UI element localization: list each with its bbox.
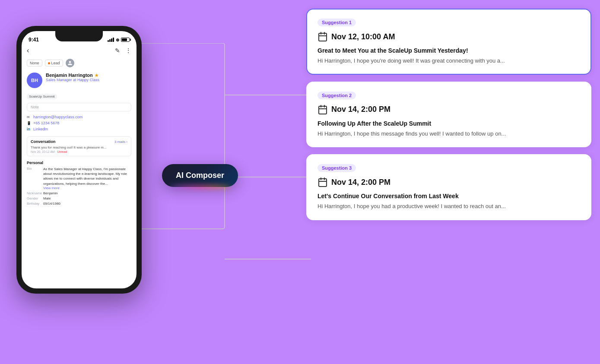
tags-row: None Lead (22, 58, 137, 71)
suggestion-3-preview: Hi Harrington, I hope you had a producti… (317, 202, 580, 211)
calendar-icon-2 (317, 104, 328, 115)
contact-area: BH Benjamin Harrington ★ Sales Manager a… (22, 71, 137, 92)
suggestion-3-subject: Let's Continue Our Conversation from Las… (317, 193, 580, 199)
conversation-meta: Nov 20, 10:12 AM · Unread (31, 150, 127, 153)
contact-info: Benjamin Harrington ★ Sales Manager at H… (46, 73, 99, 82)
summit-badge: ScaleUp Summit (27, 94, 57, 99)
suggestion-card-2[interactable]: Suggestion 2 Nov 14, 2:00 PM Following U… (306, 82, 591, 148)
battery-icon (121, 38, 130, 42)
contact-photo-thumbnail (66, 59, 74, 67)
phone-screen: 9:41 ⊛ ‹ ✎ (22, 31, 137, 288)
conversation-mails[interactable]: 3 mails › (114, 140, 127, 144)
edit-icon[interactable]: ✎ (115, 47, 120, 54)
gender-value: Male (43, 196, 131, 200)
status-time: 9:41 (29, 37, 39, 43)
svg-rect-4 (319, 33, 327, 41)
nickname-label: Nickname (27, 191, 42, 195)
suggestion-card-1[interactable]: Suggestion 1 Nov 12, 10:00 AM Great to M… (306, 9, 591, 75)
wifi-icon: ⊛ (116, 38, 119, 42)
conversation-section: Conversation 3 mails › Thank you for rea… (27, 136, 131, 156)
email-icon: ✉ (27, 115, 31, 119)
contact-details: ✉ harrington@happyclass.com 📱 +65 1234 5… (22, 114, 137, 136)
personal-section: Personal Bio As the Sales Manager at Hap… (22, 159, 137, 209)
suggestion-2-preview: Hi Harrington, I hope this message finds… (317, 130, 580, 138)
conversation-title: Conversation (31, 139, 56, 144)
conversation-preview: Thank you for reaching out! It was a ple… (31, 146, 127, 149)
unread-badge: Unread (57, 150, 67, 153)
view-more-link[interactable]: View more (43, 186, 131, 190)
gender-label: Gender (27, 196, 42, 200)
suggestion-card-3[interactable]: Suggestion 3 Nov 14, 2:00 PM Let's Conti… (306, 154, 591, 220)
suggestions-panel: Suggestion 1 Nov 12, 10:00 AM Great to M… (298, 0, 600, 364)
phone-notch (55, 31, 103, 41)
tag-lead: Lead (45, 60, 63, 66)
contact-subtitle: Sales Manager at Happy Class (46, 78, 99, 82)
suggestion-3-date: Nov 14, 2:00 PM (317, 177, 580, 187)
more-icon[interactable]: ⋮ (125, 47, 131, 54)
badge-area: ScaleUp Summit (22, 92, 137, 102)
star-icon: ★ (95, 73, 98, 78)
lead-dot (48, 62, 50, 64)
signal-bars (108, 38, 114, 42)
note-field[interactable]: Note (27, 103, 131, 111)
email-row: ✉ harrington@happyclass.com (27, 115, 131, 119)
conversation-header: Conversation 3 mails › (31, 139, 127, 144)
suggestion-2-subject: Following Up After the ScaleUp Summit (317, 120, 580, 127)
tag-none: None (27, 60, 42, 66)
nickname-value: Benjamin (43, 191, 131, 195)
suggestion-3-badge: Suggestion 3 (317, 164, 356, 172)
ai-composer-glow (170, 185, 231, 189)
bio-label: Bio (27, 167, 42, 190)
nav-bar: ‹ ✎ ⋮ (22, 45, 137, 58)
suggestion-1-preview: Hi Harrington, I hope you're doing well!… (317, 57, 580, 65)
bio-row: Bio As the Sales Manager at Happy Class,… (27, 167, 131, 190)
phone-row: 📱 +65 1234 5678 (27, 121, 131, 125)
linkedin-row: in LinkedIn (27, 127, 131, 131)
bio-text: As the Sales Manager at Happy Class, I'm… (43, 167, 131, 186)
personal-title: Personal (27, 161, 131, 165)
suggestion-1-subject: Great to Meet You at the ScaleUp Summit … (317, 47, 580, 54)
birthday-label: Birthday (27, 202, 42, 206)
contact-name: Benjamin Harrington ★ (46, 73, 99, 78)
suggestion-1-date: Nov 12, 10:00 AM (317, 32, 580, 42)
svg-rect-0 (138, 43, 225, 229)
phone-frame: 9:41 ⊛ ‹ ✎ (16, 26, 142, 294)
suggestion-1-badge: Suggestion 1 (317, 19, 356, 26)
nav-actions: ✎ ⋮ (115, 47, 131, 54)
calendar-icon-3 (317, 177, 328, 187)
nickname-row: Nickname Benjamin (27, 191, 131, 195)
svg-rect-12 (319, 179, 327, 187)
phone-icon: 📱 (27, 121, 31, 125)
phone-mockup: 9:41 ⊛ ‹ ✎ (16, 26, 142, 337)
linkedin-icon: in (27, 127, 31, 131)
ai-composer-button[interactable]: AI Composer (162, 164, 238, 187)
suggestion-2-date: Nov 14, 2:00 PM (317, 104, 580, 115)
avatar: BH (27, 73, 42, 88)
birthday-value: 09/14/1980 (43, 202, 131, 206)
suggestion-2-badge: Suggestion 2 (317, 92, 356, 99)
back-button[interactable]: ‹ (27, 47, 29, 54)
birthday-row: Birthday 09/14/1980 (27, 202, 131, 206)
lead-label: Lead (51, 61, 60, 65)
gender-row: Gender Male (27, 196, 131, 200)
ai-composer-label: AI Composer (176, 171, 224, 180)
none-label: None (30, 61, 39, 65)
svg-rect-8 (319, 106, 327, 114)
status-icons: ⊛ (108, 38, 130, 42)
calendar-icon-1 (317, 32, 328, 42)
